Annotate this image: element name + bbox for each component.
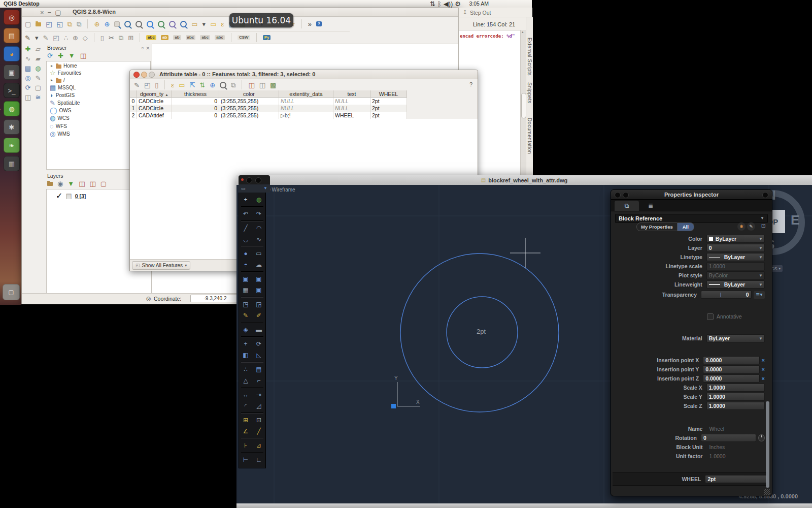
volume-icon[interactable]: ◀)) [444, 1, 453, 7]
new-composer[interactable]: ⧉ [67, 21, 72, 27]
palette-dropdown-icon[interactable]: ▼ [263, 186, 267, 190]
inspector-titlebar[interactable]: Properties Inspector [611, 190, 772, 200]
cad-mirror[interactable]: △ [240, 375, 252, 386]
cad-spline[interactable]: ∿ [253, 234, 265, 244]
select-by-expression[interactable]: ε [221, 21, 224, 27]
cad-brush[interactable]: ✎ [240, 310, 252, 321]
cad-undo[interactable]: ↶ [240, 208, 252, 219]
cad-dim-slope[interactable]: ⊿ [253, 440, 265, 451]
attr-field-calculator[interactable]: ▩ [270, 82, 276, 88]
launcher-terminal[interactable]: >_ [4, 83, 20, 98]
map-annotations[interactable]: ◫ [25, 94, 31, 101]
attr-invert-selection[interactable]: ⇅ [199, 82, 205, 88]
attr-maximize-button[interactable] [149, 72, 155, 78]
cad-slice[interactable]: ◺ [253, 350, 265, 360]
cad-osnap[interactable]: ◍ [253, 194, 265, 205]
browser-filter[interactable]: ▼ [69, 52, 75, 59]
browser-home[interactable]: ▸Home [50, 63, 150, 69]
add-raster-layer[interactable]: ▰ [36, 55, 41, 62]
tab-properties[interactable]: ⧉ [615, 201, 639, 211]
header-text[interactable]: text [333, 90, 370, 98]
cad-hatch[interactable]: ▦ [240, 284, 252, 295]
cad-measure[interactable]: ⊢ [240, 454, 252, 465]
cad-offset[interactable]: ⌐ [253, 375, 265, 386]
scale-y-field[interactable]: 1.0000 [706, 393, 765, 401]
launcher-active-app[interactable]: ▸◍ [0, 101, 20, 116]
help[interactable]: ? [316, 21, 322, 26]
network-arrows-icon[interactable]: ⇅ [430, 1, 435, 7]
attr-copy[interactable]: ⧉ [231, 82, 235, 88]
cad-leader[interactable]: ∠ [240, 426, 252, 436]
attr-move-top[interactable]: ⇱ [189, 82, 195, 88]
cube-east-label[interactable]: E [791, 212, 799, 228]
menubar-app-name[interactable]: QGIS Desktop [4, 1, 40, 7]
toggle-editing[interactable]: ✎ [43, 35, 48, 41]
menubar-clock[interactable]: 3:05 AM [469, 1, 489, 7]
close-panel-button[interactable]: × [146, 45, 150, 51]
inspector-knob[interactable] [615, 192, 621, 198]
table-row[interactable]: 2CADAttdef0(3:255,255,255)▷b;!WHEEL2pt [130, 112, 407, 119]
coordinate-value[interactable]: -9.3,240.2 [190, 295, 240, 302]
linetype-dropdown[interactable]: ByLayer▼ [706, 253, 765, 261]
inspector-knob[interactable] [762, 192, 768, 198]
cad-array[interactable]: ∴ [240, 364, 252, 374]
attr-titlebar[interactable]: Attribute table - 0 :: Features total: 3… [130, 70, 478, 79]
osm-tool[interactable]: ≋ [36, 94, 41, 101]
label-pin[interactable]: ab [161, 35, 168, 40]
paste-features[interactable]: ⊞ [128, 35, 133, 41]
cad-scale[interactable]: ◧ [240, 350, 252, 360]
launcher-app-dark2[interactable]: ▦ [4, 156, 20, 171]
cad-titlebar[interactable]: ▤ blockref_wheel_with_attr.dwg [236, 175, 812, 185]
layer-dropdown[interactable]: 0▼ [706, 244, 765, 252]
add-wms-layer[interactable]: ◎ [25, 75, 30, 81]
transparency-slider[interactable]: 0 [701, 291, 752, 299]
cut-features[interactable]: ✂ [109, 35, 114, 41]
launcher-firefox[interactable]: ◕ [4, 46, 20, 61]
attr-help[interactable]: ? [469, 81, 472, 87]
transparency-layers-button[interactable]: ≣▾ [754, 291, 765, 299]
cad-copy[interactable]: ◳ [240, 299, 252, 309]
layer-name[interactable]: 0 [3] [75, 193, 86, 199]
tab-snippets[interactable]: Snippets [527, 82, 532, 103]
insertion-x-field[interactable]: 0.0000 [703, 356, 759, 364]
cad-rotate-copy[interactable]: ◲ [253, 299, 265, 309]
attr-close-button[interactable] [133, 72, 140, 78]
collapse-all[interactable]: ◫ [90, 180, 96, 187]
material-dropdown[interactable]: ByLayer▼ [706, 334, 765, 342]
quick-select-button[interactable]: ⊡ [761, 223, 766, 229]
cad-chamfer[interactable]: ◿ [253, 400, 265, 411]
cad-table[interactable]: ▤ [253, 364, 265, 374]
save-project-as[interactable]: ◱ [57, 21, 63, 27]
cad-twist[interactable]: ◈ [240, 324, 252, 335]
bluetooth-icon[interactable]: ᛒ [437, 1, 442, 7]
match-properties-button[interactable]: ✱ [737, 223, 746, 231]
close-button[interactable]: × [40, 9, 44, 16]
launcher-files[interactable]: ▤ [4, 28, 20, 43]
label-change[interactable]: abc [215, 35, 225, 40]
python-console[interactable]: Py [263, 35, 271, 40]
cad-gradient[interactable]: ▣ [253, 284, 265, 295]
deselect-features[interactable]: ▭ [210, 21, 216, 27]
show-all-features-button[interactable]: ◰ Show All Features ▾ [132, 261, 190, 270]
pick-point-icon[interactable]: × [762, 367, 765, 372]
move-feature[interactable]: ⊕ [73, 35, 78, 41]
copy-features[interactable]: ⧉ [119, 35, 123, 41]
linetype-scale-field[interactable]: 1.0000 [706, 262, 765, 270]
zoom-in[interactable] [114, 21, 120, 27]
label-abc[interactable]: abc [146, 35, 156, 40]
node-tool[interactable]: ◇ [83, 35, 88, 41]
header-rownum[interactable] [130, 90, 137, 98]
save-layer-edits[interactable]: ◰ [53, 35, 59, 41]
table-row[interactable]: 1CADCircle0(3:255,255,255)NULLNULL2pt [130, 105, 407, 112]
zoom-to-selection[interactable] [158, 21, 164, 27]
toolbar-overflow[interactable]: » [308, 21, 312, 27]
attr-zoom-to-selected[interactable] [220, 82, 226, 88]
zoom-full[interactable] [147, 21, 153, 27]
insertion-y-field[interactable]: 0.0000 [703, 365, 759, 373]
new-spatialite-layer[interactable]: ▱ [36, 46, 41, 52]
cad-area[interactable]: ∟ [253, 454, 265, 465]
expand-arrow[interactable]: ▸ [0, 107, 2, 111]
cad-boundary[interactable]: ▣ [253, 273, 265, 284]
tab-external-scripts[interactable]: External Scripts [527, 38, 532, 76]
current-edits[interactable]: ✎ [25, 35, 30, 41]
